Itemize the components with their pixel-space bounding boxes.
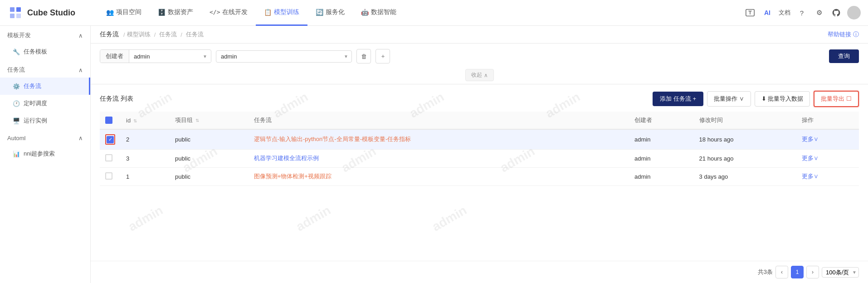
next-page-btn[interactable]: › xyxy=(806,266,819,278)
col-id-sort-icon: ⇅ xyxy=(133,118,137,123)
user-avatar[interactable] xyxy=(847,6,861,20)
creator-filter: 创建者 admin xyxy=(100,49,211,63)
nav-dev[interactable]: </> 在线开发 xyxy=(201,0,256,26)
sidebar-item-running[interactable]: 🖥️ 运行实例 xyxy=(0,112,90,129)
row-3-checkbox[interactable] xyxy=(105,172,112,180)
filter-row: 创建者 admin admin 🗑 ＋ 查询 xyxy=(100,49,859,68)
creator-filter-select[interactable]: admin xyxy=(129,51,211,62)
nav-right: AI 文档 ? ⚙ xyxy=(744,6,861,20)
sidebar-section-automl[interactable]: Automl ∧ xyxy=(0,129,90,145)
breadcrumb-current: 任务流 xyxy=(186,30,204,39)
creator-filter-label: 创建者 xyxy=(100,50,129,63)
breadcrumb-sep1: / xyxy=(123,31,125,38)
row-2-creator-val: admin xyxy=(634,155,650,162)
settings-label: ⚙ xyxy=(816,9,822,17)
row-3-action-btn[interactable]: 更多∨ xyxy=(802,173,819,180)
collapse-btn[interactable]: 收起 ∧ xyxy=(465,69,494,81)
translate-icon[interactable] xyxy=(744,6,756,19)
docs-icon[interactable]: 文档 xyxy=(778,6,791,19)
settings-icon[interactable]: ⚙ xyxy=(813,6,825,19)
row-2-checkbox[interactable] xyxy=(105,154,112,161)
row-3-creator-val: admin xyxy=(634,173,650,180)
col-action-label: 操作 xyxy=(802,117,814,123)
nav-serve[interactable]: 🔄 服务化 xyxy=(307,0,353,26)
select-all-checkbox[interactable] xyxy=(105,117,112,124)
batch-ops-btn[interactable]: 批量操作 ∨ xyxy=(707,91,751,107)
row-2-taskflow-link[interactable]: 机器学习建模全流程示例 xyxy=(254,155,319,161)
ai-icon[interactable]: AI xyxy=(761,6,774,19)
nav-serve-icon: 🔄 xyxy=(316,9,323,16)
nav-train[interactable]: 📋 模型训练 xyxy=(256,0,307,26)
sidebar-section-automl-label: Automl xyxy=(7,135,25,142)
col-header-creator: 创建者 xyxy=(629,112,694,129)
main-layout: 模板开发 ∧ 🔧 任务模板 任务流 ∧ ⚙️ 任务流 🕐 定时调度 🖥️ 运行实… xyxy=(0,26,868,283)
sidebar-section-template-dev[interactable]: 模板开发 ∧ xyxy=(0,26,90,43)
table-header: id ⇅ 项目组 ⇅ 任务流 创建者 xyxy=(100,112,859,129)
nav-ai[interactable]: 🤖 数据智能 xyxy=(353,0,405,26)
row-1-taskflow: 逻辑节点-输入输出-python节点-全局常量-模板变量-任务指标 xyxy=(249,129,629,149)
col-header-action: 操作 xyxy=(796,112,859,129)
row-1-taskflow-link[interactable]: 逻辑节点-输入输出-python节点-全局常量-模板变量-任务指标 xyxy=(254,136,411,142)
add-filter-btn[interactable]: ＋ xyxy=(375,49,390,63)
collapse-btn-text: 收起 xyxy=(471,71,482,79)
row-3-project-val: public xyxy=(175,173,190,180)
col-header-project[interactable]: 项目组 ⇅ xyxy=(170,112,249,129)
github-icon[interactable] xyxy=(830,6,843,19)
creator-value-select[interactable]: admin xyxy=(216,50,352,63)
row-1-checkbox[interactable]: ✓ xyxy=(107,136,114,143)
row-3-modified-val: 3 days ago xyxy=(699,173,728,180)
sidebar-section-taskflow[interactable]: 任务流 ∧ xyxy=(0,60,90,78)
table-row: ✓ 2 public 逻辑节点-输入输出-python节点-全局常量-模板变量-… xyxy=(100,129,859,149)
col-header-id[interactable]: id ⇅ xyxy=(121,112,170,129)
row-3-taskflow-link[interactable]: 图像预测+物体检测+视频跟踪 xyxy=(254,173,332,180)
data-table: id ⇅ 项目组 ⇅ 任务流 创建者 xyxy=(100,112,859,186)
row-1-modified: 18 hours ago xyxy=(694,129,796,149)
sidebar-item-taskflow-label: 任务流 xyxy=(24,82,41,90)
row-3-taskflow: 图像预测+物体检测+视频跟踪 xyxy=(249,167,629,185)
row-2-project-val: public xyxy=(175,155,190,162)
row-3-id: 1 xyxy=(121,167,170,185)
nav-project[interactable]: 👥 项目空间 xyxy=(98,0,150,26)
sidebar-item-schedule[interactable]: 🕐 定时调度 xyxy=(0,95,90,112)
row-3-project: public xyxy=(170,167,249,185)
row-2-id-val: 3 xyxy=(126,155,129,162)
nav-ai-icon: 🤖 xyxy=(361,9,369,16)
help-link-icon: ⓘ xyxy=(853,30,859,39)
prev-page-btn[interactable]: ‹ xyxy=(775,266,788,278)
import-btn[interactable]: ⬇ 批量导入数据 xyxy=(755,91,810,107)
row-3-creator: admin xyxy=(629,167,694,185)
page-size-select[interactable]: 100条/页 10条/页 20条/页 50条/页 xyxy=(822,267,859,278)
row-1-id: 2 xyxy=(121,129,170,149)
sidebar-item-task-template-label: 任务模板 xyxy=(24,48,47,56)
logo-icon xyxy=(7,5,24,21)
row-1-action: 更多∨ xyxy=(796,129,859,149)
page-1-btn[interactable]: 1 xyxy=(791,266,804,278)
col-header-taskflow: 任务流 xyxy=(249,112,629,129)
sidebar-item-nni-label: nni超参搜索 xyxy=(24,150,55,158)
sidebar-item-nni[interactable]: 📊 nni超参搜索 xyxy=(0,145,90,162)
col-project-sort-icon: ⇅ xyxy=(195,118,199,123)
help-link[interactable]: 帮助链接 ⓘ xyxy=(828,30,859,39)
sidebar-section-taskflow-chevron: ∧ xyxy=(78,67,83,73)
query-button[interactable]: 查询 xyxy=(829,49,859,63)
table-toolbar: 任务流 列表 添加 任务流 + 批量操作 ∨ ⬇ 批量导入数据 批量导出 ☐ xyxy=(100,84,859,112)
nav-project-icon: 👥 xyxy=(106,9,114,16)
row-2-action-btn[interactable]: 更多∨ xyxy=(802,155,819,161)
logo-area[interactable]: Cube Studio xyxy=(7,5,98,21)
add-taskflow-btn[interactable]: 添加 任务流 + xyxy=(653,92,703,106)
row-checkbox-cell-3 xyxy=(100,167,121,185)
help-icon[interactable]: ? xyxy=(795,6,808,19)
sidebar-item-task-template[interactable]: 🔧 任务模板 xyxy=(0,43,90,60)
table-body: ✓ 2 public 逻辑节点-输入输出-python节点-全局常量-模板变量-… xyxy=(100,129,859,185)
docs-label: 文档 xyxy=(779,9,790,17)
col-header-modified: 修改时间 xyxy=(694,112,796,129)
sidebar-item-taskflow[interactable]: ⚙️ 任务流 xyxy=(0,78,90,95)
nav-data[interactable]: 🗄️ 数据资产 xyxy=(150,0,201,26)
delete-filter-btn[interactable]: 🗑 xyxy=(356,49,371,63)
top-navigation: Cube Studio 👥 项目空间 🗄️ 数据资产 </> 在线开发 📋 模型… xyxy=(0,0,868,26)
export-btn[interactable]: 批量导出 ☐ xyxy=(814,91,859,107)
creator-value-wrap: admin xyxy=(216,50,352,63)
filter-area: 创建者 admin admin 🗑 ＋ 查询 xyxy=(91,44,868,84)
svg-rect-5 xyxy=(107,118,111,122)
row-1-action-btn[interactable]: 更多∨ xyxy=(802,136,819,142)
